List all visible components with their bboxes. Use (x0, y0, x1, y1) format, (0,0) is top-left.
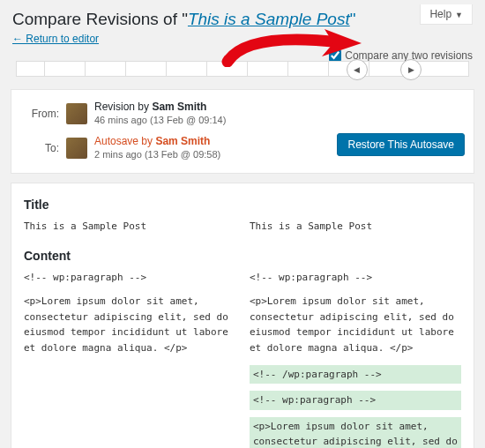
diff-content-left: <!-- wp:paragraph --> <p>Lorem ipsum dol… (24, 270, 235, 448)
return-to-editor-link[interactable]: ← Return to editor (12, 33, 99, 45)
post-title-link[interactable]: This is a Sample Post (188, 10, 350, 28)
added-line: <!-- /wp:paragraph --> (250, 365, 461, 385)
to-revision-text: Autosave by Sam Smith 2 mins ago (13 Feb… (94, 135, 220, 162)
help-tab[interactable]: Help▼ (420, 4, 473, 25)
to-row: To: Autosave by Sam Smith 2 mins ago (13… (20, 131, 465, 166)
help-label: Help (429, 8, 451, 20)
restore-autosave-button[interactable]: Restore This Autosave (337, 133, 465, 156)
diff-content-right: <!-- wp:paragraph --> <p>Lorem ipsum dol… (250, 270, 461, 448)
diff-title-left: This is a Sample Post (24, 219, 235, 243)
chevron-down-icon: ▼ (455, 11, 463, 19)
slider-handle-to[interactable] (400, 59, 422, 80)
added-line: <p>Lorem ipsum dolor sit amet, consectet… (250, 417, 461, 448)
to-label: To: (20, 142, 59, 154)
avatar (66, 103, 87, 124)
avatar (66, 138, 87, 159)
from-label: From: (20, 108, 59, 120)
revision-slider[interactable] (0, 52, 485, 77)
slider-handle-from[interactable] (347, 59, 368, 80)
diff-title-right: This is a Sample Post (250, 219, 461, 243)
title-prefix: Compare Revisions of " (12, 10, 188, 28)
revision-meta-box: From: Revision by Sam Smith 46 mins ago … (11, 89, 474, 174)
from-row: From: Revision by Sam Smith 46 mins ago … (20, 97, 465, 131)
title-suffix: " (350, 10, 356, 28)
diff-content-heading: Content (24, 249, 461, 263)
added-line: <!-- wp:paragraph --> (250, 391, 461, 410)
page-title: Compare Revisions of "This is a Sample P… (12, 9, 473, 31)
slider-track[interactable] (16, 61, 469, 77)
diff-title-heading: Title (24, 198, 461, 212)
diff-viewer: Title This is a Sample Post This is a Sa… (11, 183, 474, 448)
from-revision-text: Revision by Sam Smith 46 mins ago (13 Fe… (94, 101, 226, 128)
